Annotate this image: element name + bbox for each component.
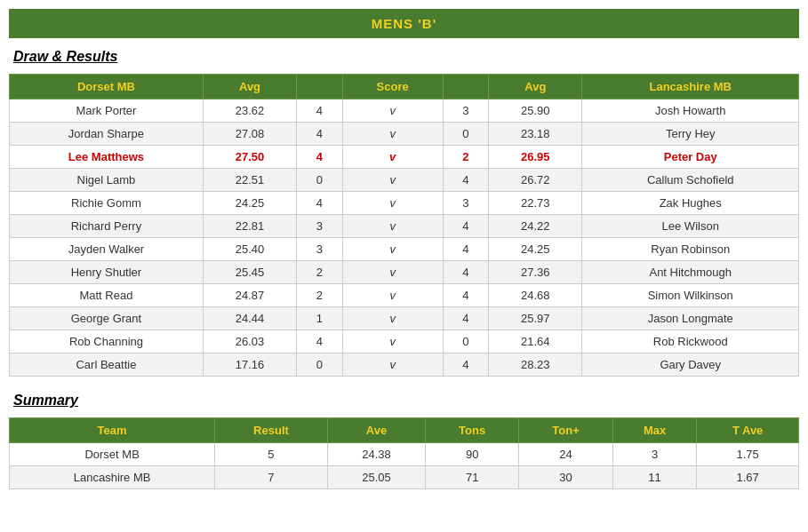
right-player: Josh Howarth (582, 99, 799, 123)
col-avg2: Avg (489, 75, 582, 99)
right-player: Terry Hey (582, 123, 799, 146)
col-left-team: Dorset MB (10, 75, 204, 99)
vs-cell: v (342, 169, 443, 192)
avg2-cell: 23.18 (489, 123, 582, 146)
avg1-cell: 24.44 (203, 307, 296, 330)
avg2-cell: 24.22 (489, 215, 582, 238)
avg1-cell: 24.25 (203, 192, 296, 215)
col-avg1: Avg (203, 75, 296, 99)
draw-results-title: Draw & Results (13, 49, 799, 65)
avg1-cell: 24.87 (203, 284, 296, 307)
table-row: Jayden Walker 25.40 3 v 4 24.25 Ryan Rob… (10, 238, 799, 261)
table-row: Lee Matthews 27.50 4 v 2 26.95 Peter Day (10, 146, 799, 169)
avg1-cell: 25.40 (203, 238, 296, 261)
vs-cell: v (342, 99, 443, 123)
left-player: Henry Shutler (10, 261, 204, 284)
col-score-right-header (443, 75, 489, 99)
col-score-header: Score (342, 75, 443, 99)
right-player: Zak Hughes (582, 192, 799, 215)
summary-result: 7 (215, 466, 327, 489)
avg1-cell: 25.45 (203, 261, 296, 284)
avg2-cell: 25.90 (489, 99, 582, 123)
score-right-cell: 4 (443, 169, 489, 192)
left-player: Jayden Walker (10, 238, 204, 261)
table-row: George Grant 24.44 1 v 4 25.97 Jason Lon… (10, 307, 799, 330)
summary-tons: 90 (426, 443, 519, 466)
score-left-cell: 4 (297, 99, 343, 123)
summary-col-max: Max (612, 418, 696, 443)
table-row: Rob Channing 26.03 4 v 0 21.64 Rob Rickw… (10, 330, 799, 353)
table-row: Mark Porter 23.62 4 v 3 25.90 Josh Howar… (10, 99, 799, 123)
summary-col-team: Team (10, 418, 215, 443)
right-player: Gary Davey (582, 353, 799, 377)
table-row: Henry Shutler 25.45 2 v 4 27.36 Ant Hitc… (10, 261, 799, 284)
summary-team: Lancashire MB (10, 466, 215, 489)
score-right-cell: 4 (443, 284, 489, 307)
table-row: Nigel Lamb 22.51 0 v 4 26.72 Callum Scho… (10, 169, 799, 192)
avg2-cell: 24.25 (489, 238, 582, 261)
avg2-cell: 26.95 (489, 146, 582, 169)
summary-tons: 71 (426, 466, 519, 489)
table-row: Richie Gomm 24.25 4 v 3 22.73 Zak Hughes (10, 192, 799, 215)
summary-row: Dorset MB 5 24.38 90 24 3 1.75 (10, 443, 799, 466)
vs-cell: v (342, 123, 443, 146)
avg1-cell: 22.51 (203, 169, 296, 192)
table-row: Matt Read 24.87 2 v 4 24.68 Simon Wilkin… (10, 284, 799, 307)
vs-cell: v (342, 284, 443, 307)
col-right-team: Lancashire MB (582, 75, 799, 99)
right-player: Ryan Robinson (582, 238, 799, 261)
left-player: Lee Matthews (10, 146, 204, 169)
avg1-cell: 22.81 (203, 215, 296, 238)
score-left-cell: 4 (297, 146, 343, 169)
vs-cell: v (342, 330, 443, 353)
vs-cell: v (342, 146, 443, 169)
summary-col-tave: T Ave (697, 418, 799, 443)
avg1-cell: 17.16 (203, 353, 296, 377)
summary-col-result: Result (215, 418, 327, 443)
summary-col-tons: Tons (426, 418, 519, 443)
score-left-cell: 3 (297, 238, 343, 261)
score-right-cell: 3 (443, 192, 489, 215)
left-player: Rob Channing (10, 330, 204, 353)
right-player: Lee Wilson (582, 215, 799, 238)
summary-col-ave: Ave (327, 418, 425, 443)
left-player: Carl Beattie (10, 353, 204, 377)
summary-col-tonplus: Ton+ (519, 418, 613, 443)
score-right-cell: 3 (443, 99, 489, 123)
score-right-cell: 4 (443, 353, 489, 377)
col-score-left-header (297, 75, 343, 99)
score-left-cell: 4 (297, 123, 343, 146)
right-player: Peter Day (582, 146, 799, 169)
summary-title: Summary (13, 393, 799, 409)
right-player: Ant Hitchmough (582, 261, 799, 284)
vs-cell: v (342, 192, 443, 215)
avg2-cell: 26.72 (489, 169, 582, 192)
draw-results-table: Dorset MB Avg Score Avg Lancashire MB Ma… (9, 74, 799, 377)
score-right-cell: 4 (443, 261, 489, 284)
score-left-cell: 4 (297, 330, 343, 353)
avg2-cell: 25.97 (489, 307, 582, 330)
vs-cell: v (342, 238, 443, 261)
avg2-cell: 24.68 (489, 284, 582, 307)
left-player: Nigel Lamb (10, 169, 204, 192)
avg1-cell: 27.08 (203, 123, 296, 146)
summary-tave: 1.75 (697, 443, 799, 466)
right-player: Simon Wilkinson (582, 284, 799, 307)
vs-cell: v (342, 215, 443, 238)
avg2-cell: 21.64 (489, 330, 582, 353)
score-left-cell: 3 (297, 215, 343, 238)
summary-result: 5 (215, 443, 327, 466)
summary-max: 3 (612, 443, 696, 466)
summary-max: 11 (612, 466, 696, 489)
score-left-cell: 4 (297, 192, 343, 215)
left-player: Richard Perry (10, 215, 204, 238)
table-row: Carl Beattie 17.16 0 v 4 28.23 Gary Dave… (10, 353, 799, 377)
left-player: Richie Gomm (10, 192, 204, 215)
summary-row: Lancashire MB 7 25.05 71 30 11 1.67 (10, 466, 799, 489)
score-right-cell: 4 (443, 238, 489, 261)
table-row: Jordan Sharpe 27.08 4 v 0 23.18 Terry He… (10, 123, 799, 146)
score-left-cell: 0 (297, 353, 343, 377)
score-right-cell: 4 (443, 215, 489, 238)
summary-table: Team Result Ave Tons Ton+ Max T Ave Dors… (9, 417, 799, 489)
score-right-cell: 2 (443, 146, 489, 169)
